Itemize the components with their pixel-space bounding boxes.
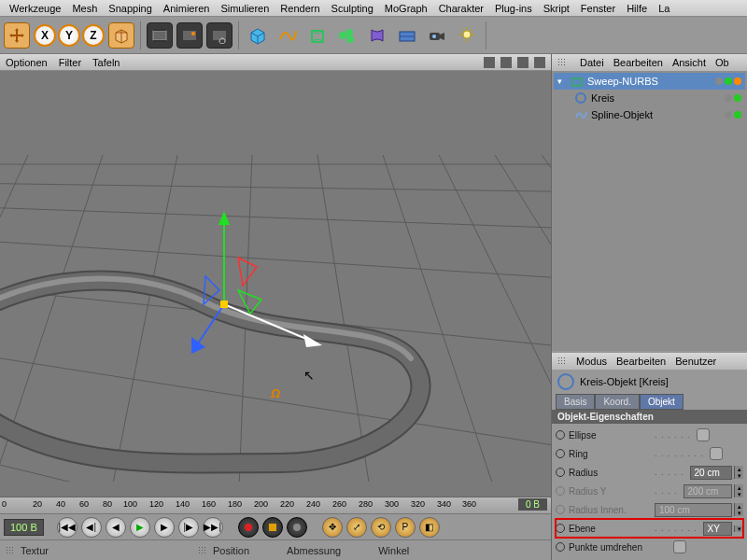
prop-label: Radius Y (569, 486, 653, 497)
prev-key-button[interactable]: ◀| (81, 517, 102, 538)
nurbs-icon[interactable] (304, 22, 331, 49)
svg-line-24 (84, 155, 177, 482)
svg-rect-1 (153, 29, 166, 31)
prop-radius-y: Radius Y . . . . 200 cm ▴▾ (556, 482, 743, 500)
spinner-icon[interactable]: ▴▾ (734, 466, 743, 479)
keysel-button[interactable] (287, 517, 307, 538)
vp-nav-move-icon[interactable] (484, 57, 495, 68)
svg-point-7 (345, 29, 353, 36)
tab-objekt[interactable]: Objekt (640, 394, 684, 410)
attr-header-label: Kreis-Objekt [Kreis] (580, 376, 669, 387)
vp-tafeln[interactable]: Tafeln (92, 57, 120, 68)
key-rot-icon[interactable]: ⟲ (371, 517, 391, 538)
viewport-grid (0, 71, 551, 482)
abmessung-label: Abmessung (287, 545, 341, 556)
goto-start-button[interactable]: |◀◀ (57, 517, 78, 538)
circle-icon (574, 91, 587, 105)
vp-nav-layout-icon[interactable] (534, 57, 545, 68)
key-scale-icon[interactable]: ⤢ (346, 517, 367, 538)
attr-modus[interactable]: Modus (576, 356, 607, 367)
spline-primitive-icon[interactable] (275, 22, 301, 49)
tree-row-kreis[interactable]: Kreis (554, 90, 745, 106)
move-tool-icon[interactable] (4, 22, 30, 49)
deformer-icon[interactable] (364, 22, 390, 49)
ellipse-checkbox[interactable] (697, 428, 710, 441)
3d-viewport[interactable]: Ω ↖ (0, 71, 551, 497)
attr-benutzer[interactable]: Benutzer (675, 356, 716, 367)
position-label: Position (213, 545, 249, 556)
menu-simulieren[interactable]: Simulieren (215, 3, 275, 14)
key-pla-icon[interactable]: ◧ (419, 517, 440, 538)
svg-line-27 (383, 155, 542, 482)
tree-toggle-icon[interactable]: ▾ (557, 77, 567, 86)
radio-icon (556, 430, 565, 440)
next-key-button[interactable]: |▶ (178, 517, 199, 538)
goto-end-button[interactable]: ▶▶| (203, 517, 223, 538)
cube-icon[interactable] (108, 22, 134, 49)
frame-end-field[interactable]: 100 B (4, 519, 44, 536)
menu-hilfe[interactable]: Hilfe (621, 3, 653, 14)
prop-label: Punkte umdrehen (569, 542, 671, 553)
radio-icon (556, 449, 565, 458)
radius-field[interactable]: 20 cm (690, 466, 732, 480)
ring-checkbox[interactable] (710, 447, 723, 460)
render-view-icon[interactable] (147, 22, 173, 49)
object-tree[interactable]: ▾ Sweep-NURBS Kreis (552, 71, 747, 351)
tree-row-spline[interactable]: Spline-Objekt (554, 106, 745, 123)
main-toolbar: X Y Z (0, 17, 747, 54)
menu-rendern[interactable]: Rendern (275, 3, 325, 14)
radio-icon (556, 524, 565, 533)
menu-sculpting[interactable]: Sculpting (326, 3, 379, 14)
tab-koord[interactable]: Koord. (595, 394, 639, 410)
om-bearbeiten[interactable]: Bearbeiten (613, 57, 663, 68)
prop-ebene: Ebene . . . . . . . XY ▾ (556, 519, 743, 538)
menu-plugins[interactable]: Plug-ins (489, 3, 538, 14)
modeling-icon[interactable] (334, 22, 360, 49)
vp-optionen[interactable]: Optionen (6, 57, 48, 68)
cube-primitive-icon[interactable] (245, 22, 271, 49)
menu-mograph[interactable]: MoGraph (379, 3, 433, 14)
dropdown-arrow-icon[interactable]: ▾ (734, 525, 743, 532)
prev-frame-button[interactable]: ◀ (106, 517, 126, 538)
om-overflow[interactable]: Ob (715, 57, 729, 68)
menu-overflow[interactable]: La (653, 3, 675, 14)
play-button[interactable]: ▶ (130, 517, 150, 538)
attr-bearbeiten[interactable]: Bearbeiten (616, 356, 666, 367)
tree-row-sweep[interactable]: ▾ Sweep-NURBS (554, 73, 745, 90)
menu-charakter[interactable]: Charakter (433, 3, 489, 14)
render-picture-icon[interactable] (176, 22, 203, 49)
svg-point-6 (339, 32, 346, 39)
tab-basis[interactable]: Basis (556, 394, 595, 410)
axis-z-toggle[interactable]: Z (82, 24, 105, 47)
svg-line-16 (0, 183, 551, 192)
environment-icon[interactable] (394, 22, 420, 49)
vp-filter[interactable]: Filter (59, 57, 81, 68)
record-button[interactable] (238, 517, 259, 538)
vp-nav-zoom-icon[interactable] (500, 57, 512, 68)
menu-skript[interactable]: Skript (538, 3, 575, 14)
vp-nav-rotate-icon[interactable] (517, 57, 529, 68)
render-settings-icon[interactable] (206, 22, 233, 49)
camera-icon[interactable] (424, 22, 450, 49)
axis-y-toggle[interactable]: Y (58, 24, 80, 47)
punkte-checkbox[interactable] (673, 540, 686, 553)
autokey-button[interactable] (262, 517, 283, 538)
menu-mesh[interactable]: Mesh (66, 3, 103, 14)
menu-animieren[interactable]: Animieren (158, 3, 216, 14)
attribute-menubar: Modus Bearbeiten Benutzer (552, 353, 747, 370)
om-datei[interactable]: Datei (580, 57, 604, 68)
key-param-icon[interactable]: P (395, 517, 416, 538)
menu-snapping[interactable]: Snapping (103, 3, 158, 14)
light-icon[interactable] (454, 22, 480, 49)
om-ansicht[interactable]: Ansicht (672, 57, 706, 68)
next-frame-button[interactable]: ▶ (154, 517, 175, 538)
timeline-ruler[interactable]: 0 204060 80100120 140160180 200220240 26… (0, 497, 551, 513)
svg-line-30 (542, 155, 551, 482)
menu-fenster[interactable]: Fenster (575, 3, 621, 14)
axis-x-toggle[interactable]: X (34, 24, 56, 47)
menu-werkzeuge[interactable]: Werkzeuge (4, 3, 66, 14)
svg-point-14 (463, 31, 471, 38)
ebene-dropdown[interactable]: XY (703, 522, 732, 536)
key-pos-icon[interactable]: ✥ (322, 517, 343, 538)
spinner-icon: ▴▾ (734, 503, 743, 516)
